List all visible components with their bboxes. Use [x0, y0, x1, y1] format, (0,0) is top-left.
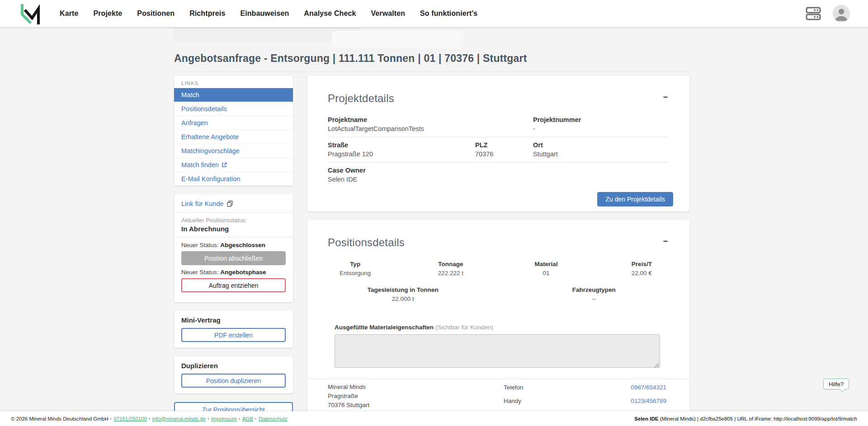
stat-typ: Typ Entsorgung — [307, 261, 403, 276]
sidebar-item-positionsdetails[interactable]: Positionsdetails — [174, 102, 293, 116]
new-status-value: Abgeschlossen — [220, 242, 265, 248]
separator: · — [110, 416, 112, 421]
field-plz: PLZ 70376 — [475, 141, 533, 158]
mineral-minds-logo[interactable] — [20, 3, 41, 25]
field-label: Projektname — [328, 116, 533, 123]
list-rows-icon[interactable] — [806, 6, 821, 21]
collapse-icon[interactable]: − — [661, 92, 670, 102]
person-icon — [833, 5, 850, 22]
footer-link-impressum[interactable]: Impressum — [211, 416, 237, 421]
project-details-grid: Projektname LotActualTargetComparisonTes… — [328, 112, 669, 187]
current-status-label: Aktueller Positionsstatus: — [181, 217, 286, 224]
project-details-actions: Zu den Projektdetails — [307, 192, 673, 206]
contact-row-mobile: Handy 0123/456789 — [504, 396, 666, 405]
sidebar-item-label: Positionsdetails — [181, 105, 227, 112]
footer-link-phone[interactable]: 07151/250100 — [113, 416, 147, 421]
complete-position-button[interactable]: Position abschließen — [181, 251, 286, 265]
contact-address: Mineral Minds Pragstraße 70376 Stuttgart — [328, 383, 504, 410]
sidebar-item-label: Matchingvorschläge — [181, 147, 240, 154]
nav-item-analyse-check[interactable]: Analyse Check — [304, 9, 356, 18]
sidebar-item-match-finden[interactable]: Match finden — [174, 158, 293, 172]
field-value: Stuttgart — [533, 150, 669, 158]
field-label: Straße — [328, 141, 475, 149]
nav-item-einbauweisen[interactable]: Einbauweisen — [240, 9, 289, 18]
collapse-icon[interactable]: − — [661, 236, 670, 246]
stat-label: Typ — [307, 261, 403, 267]
new-status-text: Neuer Status: Abgeschlossen — [181, 242, 286, 248]
nav-item-projekte[interactable]: Projekte — [93, 9, 122, 18]
phone-link[interactable]: 0987/654321 — [631, 384, 666, 391]
sidebar-item-label: E-Mail Konfiguration — [181, 175, 241, 183]
stat-label: Tonnage — [403, 261, 498, 267]
sidebar-item-matchingvorschlaege[interactable]: Matchingvorschläge — [174, 144, 293, 158]
links-card: LINKS Match Positionsdetails Anfragen Er… — [174, 76, 293, 186]
field-value: Pragstraße 120 — [328, 150, 475, 158]
footer-link-agb[interactable]: AGB — [242, 416, 253, 421]
stat-value: 22,00 € — [594, 270, 689, 276]
help-button[interactable]: Hilfe? — [823, 379, 849, 389]
stat-value: 01 — [499, 270, 594, 276]
material-properties-field — [335, 334, 660, 370]
sidebar-item-anfragen[interactable]: Anfragen — [174, 116, 293, 130]
main-column: Projektdetails − Projektname LotActualTa… — [307, 76, 689, 411]
footer-link-datenschutz[interactable]: Datenschutz — [259, 416, 288, 421]
field-projektname: Projektname LotActualTargetComparisonTes… — [328, 116, 533, 132]
mini-contract-card: Mini-Vertrag PDF erstellen — [174, 311, 293, 348]
nav-item-karte[interactable]: Karte — [60, 9, 78, 18]
new-status-value: Angebotsphase — [220, 269, 266, 276]
stat-fahrzeugtypen: Fahrzeugtypen – — [499, 286, 690, 302]
contact-phones: Telefon 0987/654321 Handy 0123/456789 — [504, 383, 666, 410]
separator: · — [239, 416, 241, 421]
stat-value: – — [499, 295, 690, 302]
app-bar: Karte Projekte Positionen Richtpreis Ein… — [0, 0, 868, 27]
go-to-project-details-button[interactable]: Zu den Projektdetails — [597, 192, 673, 206]
position-details-header: Positionsdetails − — [307, 220, 689, 249]
mobile-link[interactable]: 0123/456789 — [631, 398, 666, 404]
withdraw-order-button[interactable]: Auftrag entziehen — [181, 278, 286, 292]
status-card: Link für Kunde Aktueller Positionsstatus… — [174, 194, 293, 302]
project-row-name: Projektname LotActualTargetComparisonTes… — [328, 112, 669, 137]
material-properties-textarea[interactable] — [335, 334, 660, 368]
contact-company: Mineral Minds — [328, 383, 504, 392]
sidebar-item-label: Erhaltene Angebote — [181, 133, 239, 140]
sidebar-item-label: Match — [181, 91, 199, 98]
customer-link[interactable]: Link für Kunde — [174, 194, 293, 212]
nav-item-so-funktionierts[interactable]: So funktioniert's — [420, 9, 477, 18]
nav-item-richtpreis[interactable]: Richtpreis — [189, 9, 225, 18]
position-overview-button[interactable]: Zur Positionsübersicht — [174, 402, 293, 411]
duplicate-card: Duplizieren Position duplizieren — [174, 356, 293, 393]
user-avatar[interactable] — [833, 5, 850, 22]
separator: · — [208, 416, 209, 421]
material-properties-label-text: Ausgefüllte Materialeigenschaften — [335, 324, 434, 331]
field-label: Projektnummer — [533, 116, 669, 123]
title-divider — [174, 72, 689, 72]
copy-icon — [227, 201, 233, 207]
footer-left: © 2026 Mineral Minds Deutschland GmbH · … — [11, 416, 288, 421]
field-label: Ort — [533, 141, 669, 149]
appbar-right — [806, 5, 850, 22]
create-pdf-button[interactable]: PDF erstellen — [181, 328, 286, 342]
stat-value: Entsorgung — [307, 270, 403, 276]
external-link-icon — [222, 162, 227, 168]
project-details-header: Projektdetails − — [307, 76, 689, 105]
field-value: LotActualTargetComparisonTests — [328, 125, 533, 132]
sidebar-item-email-konfiguration[interactable]: E-Mail Konfiguration — [174, 172, 293, 186]
duplicate-position-button[interactable]: Position duplizieren — [181, 374, 286, 388]
project-details-card: Projektdetails − Projektname LotActualTa… — [307, 76, 689, 211]
skeleton-block — [331, 31, 462, 48]
sidebar-item-erhaltene-angebote[interactable]: Erhaltene Angebote — [174, 130, 293, 144]
field-label: PLZ — [475, 141, 533, 149]
nav-item-positionen[interactable]: Positionen — [137, 9, 175, 18]
nav-item-verwalten[interactable]: Verwalten — [371, 9, 405, 18]
mobile-label: Handy — [504, 398, 521, 404]
project-details-title: Projektdetails — [328, 92, 394, 105]
sidebar-item-match[interactable]: Match — [174, 88, 293, 102]
material-properties-label: Ausgefüllte Materialeigenschaften (Sicht… — [335, 324, 689, 331]
field-label: Case Owner — [328, 167, 475, 174]
stat-label: Tagesleistung in Tonnen — [307, 286, 499, 293]
footer-link-email[interactable]: info@mineral-minds.de — [152, 416, 206, 421]
sidebar-item-label: Anfragen — [181, 119, 208, 126]
stat-label: Preis/T — [594, 261, 689, 267]
stat-value: 222.222 t — [403, 270, 498, 276]
session-details: (Mineral Minds) | d2cfba25e805 | URL of … — [658, 416, 857, 421]
